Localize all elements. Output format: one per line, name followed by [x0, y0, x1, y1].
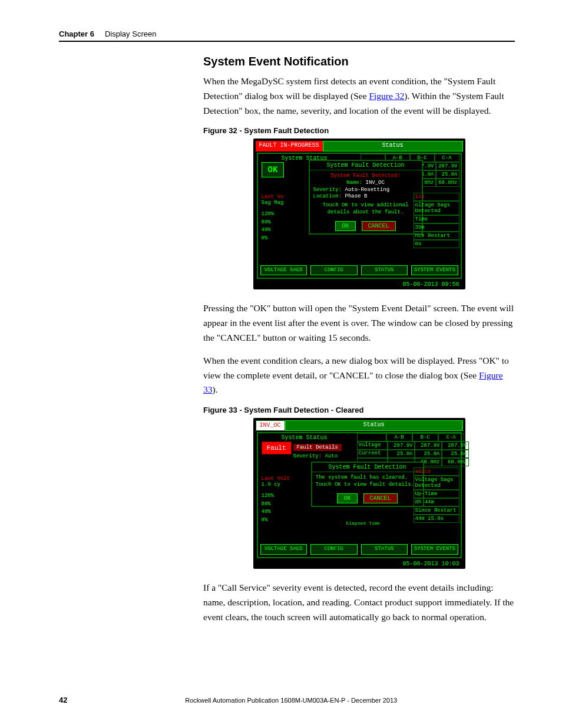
side-info: ics oltage Sags Detected Time 39m nce Re… — [414, 193, 459, 248]
figure33-caption: Figure 33 - System Fault Detection - Cle… — [203, 406, 515, 414]
v2-ca: 207.9V — [442, 442, 469, 450]
publication-info: Rockwell Automation Publication 1608M-UM… — [67, 697, 515, 704]
nav-status[interactable]: STATUS — [361, 265, 408, 276]
status-tab[interactable]: Status — [323, 141, 463, 151]
y-axis-2: 120% 80% 40% 0% — [262, 492, 275, 524]
hz2-ca: 60.0Hz — [442, 458, 469, 466]
section-heading: System Event Notification — [203, 55, 515, 68]
header-rule — [59, 41, 515, 42]
cleared-dialog: System Fault Detection The system fault … — [311, 462, 424, 506]
last-vo: Last Vo — [262, 194, 284, 200]
dialog2-title: System Fault Detection — [312, 463, 423, 472]
paragraph-2: Pressing the "OK" button will open the "… — [203, 301, 515, 345]
side-sags-2: Voltage Sags Detected — [414, 476, 459, 490]
col-ab-2: A-B — [386, 433, 412, 442]
chapter-title: Display Screen — [105, 29, 156, 38]
a-ca: 25.0A — [436, 170, 459, 179]
dialog-cancel-button[interactable]: CANCEL — [362, 221, 396, 231]
v2-bc: 207.9V — [415, 442, 442, 450]
side-ics: ics — [414, 193, 459, 201]
v-ca: 207.9V — [436, 162, 459, 170]
inv-banner: INV_OC — [256, 420, 285, 431]
y80-2: 80% — [262, 500, 275, 509]
nav-status-2[interactable]: STATUS — [361, 544, 408, 555]
timestamp: 05-08-2013 09:58 — [256, 280, 463, 289]
para3-b: ). — [213, 384, 218, 394]
loc-value: Phase B — [345, 193, 368, 199]
figure33-screenshot: INV_OC Status System Status Fault Fault … — [253, 418, 465, 569]
side-uptime-label: Up-Time — [414, 490, 459, 498]
fault-dialog: System Fault Detection System Fault Dete… — [309, 160, 423, 234]
nav-system-events-2[interactable]: SYSTEM EVENTS — [411, 544, 458, 555]
sev-label: Severity: — [313, 187, 342, 193]
side-since-value: 44m 15.0s — [414, 515, 459, 523]
fault-details-label: Fault Details — [293, 444, 342, 451]
last-volt: Last Volt — [262, 476, 290, 482]
hz-ca: 60.0Hz — [436, 179, 459, 187]
y0: 0% — [262, 235, 275, 243]
left-fragment-2: Last Volt 1.9 cy — [262, 476, 290, 487]
voltage-label: Voltage — [357, 442, 388, 450]
y-axis: 120% 80% 40% 0% — [262, 210, 275, 242]
nav-voltage-sags-2[interactable]: VOLTAGE SAGS — [260, 544, 308, 555]
nav-config-2[interactable]: CONFIG — [310, 544, 358, 555]
left-fragment: Last Vo Sag Mag — [262, 194, 284, 206]
dialog-ok-button[interactable]: OK — [335, 221, 355, 231]
nav-bar: VOLTAGE SAGS CONFIG STATUS SYSTEM EVENTS — [260, 265, 458, 276]
y40: 40% — [262, 226, 275, 235]
side-restart-value: 0s — [414, 240, 459, 248]
chapter-label: Chapter 6 — [59, 29, 94, 38]
dialog-title: System Fault Detection — [310, 161, 422, 170]
dialog2-cancel-button[interactable]: CANCEL — [363, 493, 398, 503]
loc-label: Location: — [313, 193, 342, 199]
current-label: Current — [357, 450, 388, 458]
a2-ab: 25.0A — [388, 450, 415, 458]
side-sags: oltage Sags Detected — [414, 201, 459, 215]
nav-bar-2: VOLTAGE SAGS CONFIG STATUS SYSTEM EVENTS — [260, 544, 458, 555]
y120-2: 120% — [262, 492, 275, 500]
para3-a: When the event condition clears, a new d… — [203, 355, 509, 380]
side-since-label: Since Restart — [414, 506, 459, 515]
ok-status-box: OK — [262, 162, 285, 177]
v2-ab: 207.9V — [388, 442, 415, 450]
page-number: 42 — [59, 696, 67, 704]
y120: 120% — [262, 210, 275, 219]
dialog-hint: Touch OK to view additional details abou… — [313, 202, 418, 216]
dialog2-ok-button[interactable]: OK — [337, 493, 357, 503]
y0-2: 0% — [262, 516, 275, 525]
elapsed-time-label: Elapsed Time — [346, 521, 381, 526]
col-bc-2: B-C — [412, 433, 438, 442]
side-time-label: Time — [414, 215, 459, 223]
timestamp-2: 05-08-2013 10:03 — [256, 559, 463, 568]
figure32-caption: Figure 32 - System Fault Detection — [203, 126, 515, 135]
side-info-2: stics Voltage Sags Detected Up-Time 8h 4… — [414, 467, 459, 523]
paragraph-3: When the event condition clears, a new d… — [203, 354, 515, 397]
name-label: Name: — [346, 180, 362, 186]
side-stics: stics — [414, 467, 459, 476]
intro-paragraph: When the MegaDySC system first detects a… — [203, 74, 515, 118]
status-tab-2[interactable]: Status — [285, 420, 463, 431]
side-restart-label: nce Restart — [414, 232, 459, 240]
nav-voltage-sags[interactable]: VOLTAGE SAGS — [260, 265, 308, 276]
cycles: 1.9 cy — [262, 482, 290, 487]
col-blank-2 — [357, 433, 386, 442]
paragraph-4: If a "Call Service" severity event is de… — [203, 581, 515, 624]
severity-line: Severity: Auto — [293, 453, 338, 459]
dialog2-msg: The system fault has cleared. Touch OK t… — [316, 475, 419, 488]
a2-bc: 25.0A — [415, 450, 442, 458]
nav-system-events[interactable]: SYSTEM EVENTS — [411, 265, 458, 276]
nav-config[interactable]: CONFIG — [310, 265, 358, 276]
a2-ca: 25.0A — [442, 450, 469, 458]
side-uptime-value: 8h 44m — [414, 498, 459, 506]
col-ca-2: C-A — [438, 433, 464, 442]
fault-banner: FAULT IN-PROGRESS — [256, 141, 323, 151]
sev-value: Auto-Resetting — [345, 187, 390, 193]
page-footer: 42 Rockwell Automation Publication 1608M… — [59, 696, 515, 704]
figure32-link[interactable]: Figure 32 — [369, 91, 404, 101]
side-time-value: 39m — [414, 223, 459, 232]
phase-columns-2: A-B B-C C-A — [357, 433, 464, 442]
figure32-screenshot: FAULT IN-PROGRESS Status System Status O… — [253, 139, 465, 289]
page-header: Chapter 6 Display Screen — [59, 29, 515, 38]
system-status-label-2: System Status — [282, 434, 328, 441]
y80: 80% — [262, 219, 275, 227]
